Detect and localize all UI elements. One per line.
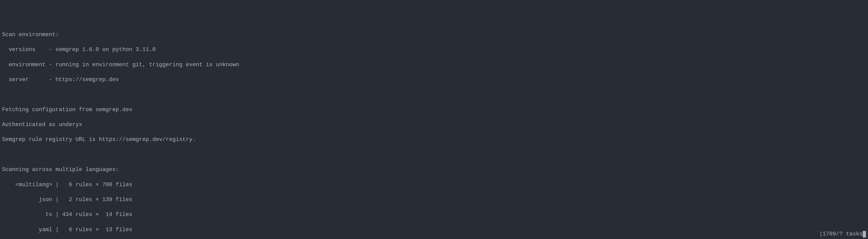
blank-line-1	[2, 91, 866, 99]
environment-value: running in environment git, triggering e…	[55, 62, 239, 68]
scan-row-multilang: <multilang> | 6 rules × 700 files	[2, 181, 866, 189]
registry-line: Semgrep rule registry URL is https://sem…	[2, 136, 866, 143]
status-line: |1709/? tasks	[819, 230, 866, 238]
task-counter: |1709/? tasks	[819, 230, 863, 238]
server-label: server -	[2, 76, 55, 83]
scanning-header: Scanning across multiple languages:	[2, 166, 866, 174]
versions-label: versions -	[2, 46, 55, 53]
scan-row-json: json | 2 rules × 139 files	[2, 196, 866, 204]
blank-line-2	[2, 151, 866, 159]
auth-line: Authenticated as underyx	[2, 121, 866, 129]
fetching-config: Fetching configuration from semgrep.dev	[2, 106, 866, 114]
environment-label: environment -	[2, 62, 55, 68]
server-line: server - https://semgrep.dev	[2, 76, 866, 83]
scan-row-yaml: yaml | 6 rules × 13 files	[2, 226, 866, 234]
scan-row-ts: ts | 434 rules × 14 files	[2, 211, 866, 218]
scan-env-header: Scan environment:	[2, 31, 866, 39]
versions-value: semgrep 1.6.0 on python 3.11.0	[55, 46, 156, 53]
environment-line: environment - running in environment git…	[2, 61, 866, 69]
versions-line: versions - semgrep 1.6.0 on python 3.11.…	[2, 46, 866, 54]
cursor-icon	[863, 231, 866, 237]
server-value: https://semgrep.dev	[55, 76, 119, 83]
